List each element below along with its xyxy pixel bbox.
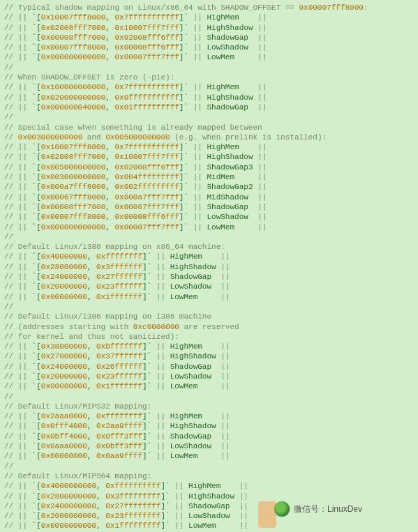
wechat-icon — [274, 501, 290, 517]
watermark: 微信号：LinuxDev — [274, 501, 362, 517]
watermark-text: 微信号：LinuxDev — [294, 503, 362, 515]
code-block: // Typical shadow mapping on Linux/x86_6… — [0, 0, 418, 532]
